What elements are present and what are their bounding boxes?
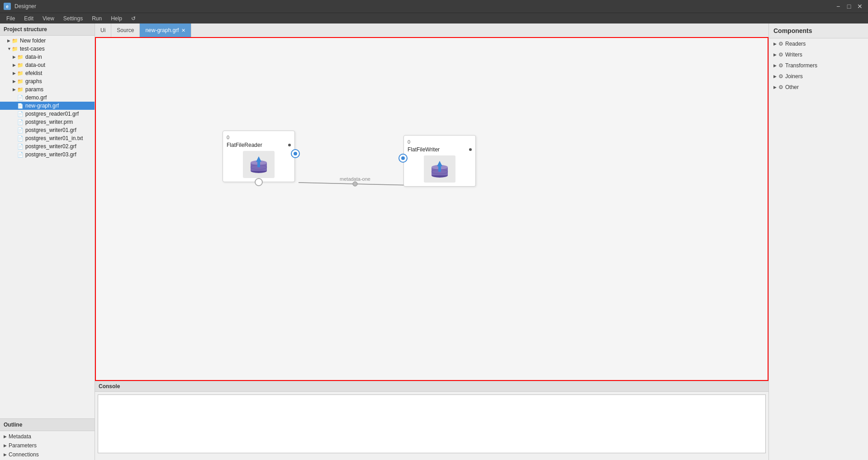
outline-connections[interactable]: ▶ Connections (0, 450, 95, 459)
tree-item-efeklist[interactable]: ▶ 📁 efeklist (0, 69, 95, 77)
tab-ui[interactable]: Ui (95, 23, 111, 37)
menu-run[interactable]: Run (87, 13, 106, 23)
title-bar: e Designer − □ ✕ (0, 0, 868, 13)
tree-item-postgres-writer01-in[interactable]: ▶ 📄 postgres_writer01_in.txt (0, 134, 95, 142)
folder-icon-data-out: 📁 (17, 62, 24, 68)
console-title: Console (95, 381, 768, 392)
reader-output-port[interactable] (291, 149, 300, 158)
reader-title: FlatFileReader (227, 142, 262, 148)
outline-metadata-arrow: ▶ (4, 434, 7, 439)
tree-item-new-folder[interactable]: ▶ 📁 New folder (0, 37, 95, 45)
tab-new-graph[interactable]: new-graph.grf ✕ (140, 23, 191, 37)
menu-edit[interactable]: Edit (19, 13, 38, 23)
maximize-button[interactable]: □ (844, 2, 854, 11)
writer-db-icon (429, 157, 451, 181)
folder-icon-graphs: 📁 (17, 79, 24, 84)
component-writers[interactable]: ▶ ⚙ Writers (769, 49, 868, 60)
writers-gear-icon: ⚙ (778, 52, 783, 58)
folder-icon-params: 📁 (17, 87, 24, 93)
writer-input-port[interactable] (398, 154, 408, 163)
tree-item-params[interactable]: ▶ 📁 params (0, 85, 95, 94)
tab-source[interactable]: Source (111, 23, 140, 37)
file-icon-new-graph: 📄 (17, 103, 24, 109)
tree-item-postgres-reader01[interactable]: ▶ 📄 postgres_reader01.grf (0, 110, 95, 118)
outline-section: Outline ▶ Metadata ▶ Parameters ▶ Connec… (0, 418, 95, 460)
canvas-area[interactable]: metadata-one 0 FlatFileReader (95, 38, 768, 381)
writer-icon-area (424, 155, 455, 183)
outline-parameters[interactable]: ▶ Parameters (0, 441, 95, 450)
reader-bottom-port[interactable] (255, 178, 263, 186)
tree-item-test-cases[interactable]: ▼ 📁 test-cases (0, 45, 95, 53)
readers-arrow: ▶ (773, 42, 777, 46)
tree-item-demo-grf[interactable]: ▶ 📄 demo.grf (0, 94, 95, 102)
console-content[interactable] (98, 394, 766, 453)
writers-arrow: ▶ (773, 52, 777, 57)
tree-item-postgres-writer03[interactable]: ▶ 📄 postgres_writer03.grf (0, 150, 95, 159)
outline-metadata[interactable]: ▶ Metadata (0, 432, 95, 441)
file-icon-pg-writer01-in: 📄 (17, 136, 24, 141)
project-structure-title: Project structure (0, 23, 95, 36)
outline-parameters-arrow: ▶ (4, 443, 7, 448)
component-readers[interactable]: ▶ ⚙ Readers (769, 38, 868, 49)
file-icon-pg-writer03: 📄 (17, 152, 24, 158)
node-flat-file-reader[interactable]: 0 FlatFileReader (223, 131, 295, 182)
svg-line-0 (299, 183, 412, 185)
menu-file[interactable]: File (2, 13, 19, 23)
file-icon-pg-writer-prm: 📄 (17, 119, 24, 125)
center-area: Ui Source new-graph.grf ✕ m (95, 23, 768, 460)
outline-items: ▶ Metadata ▶ Parameters ▶ Connections (0, 431, 95, 460)
reader-header: FlatFileReader (227, 142, 291, 148)
app-icon: e (4, 3, 11, 10)
menu-bar: File Edit View Settings Run Help ↺ (0, 13, 868, 23)
menu-help[interactable]: Help (106, 13, 127, 23)
transformers-arrow: ▶ (773, 63, 777, 68)
svg-point-1 (353, 182, 357, 186)
components-title: Components (769, 23, 868, 38)
main-container: Project structure ▶ 📁 New folder ▼ 📁 tes… (0, 23, 868, 460)
connection-svg: metadata-one (96, 38, 768, 380)
component-transformers[interactable]: ▶ ⚙ Transformers (769, 60, 868, 71)
menu-undo[interactable]: ↺ (127, 13, 140, 23)
writer-title: FlatFileWriter (408, 146, 440, 153)
writer-port-circle (398, 154, 408, 163)
transformers-gear-icon: ⚙ (778, 62, 783, 69)
tree-item-postgres-writer02[interactable]: ▶ 📄 postgres_writer02.grf (0, 142, 95, 150)
other-gear-icon: ⚙ (778, 84, 783, 90)
reader-icon-area (243, 151, 275, 178)
reader-bottom-port-circle (255, 178, 263, 186)
svg-text:metadata-one: metadata-one (340, 176, 370, 182)
writer-port-dot (401, 156, 405, 160)
close-button[interactable]: ✕ (855, 2, 864, 11)
file-icon-demo: 📄 (17, 95, 24, 101)
reader-count: 0 (227, 135, 291, 140)
tree-item-postgres-writer01[interactable]: ▶ 📄 postgres_writer01.grf (0, 126, 95, 134)
menu-settings[interactable]: Settings (59, 13, 87, 23)
tree-item-new-graph-grf[interactable]: ▶ 📄 new-graph.grf (0, 102, 95, 110)
tab-close-button[interactable]: ✕ (181, 28, 185, 33)
file-icon-pg-writer01: 📄 (17, 127, 24, 133)
other-arrow: ▶ (773, 85, 777, 89)
tree-item-graphs[interactable]: ▶ 📁 graphs (0, 77, 95, 85)
reader-port-circle (291, 149, 300, 158)
minimize-button[interactable]: − (834, 2, 843, 11)
folder-icon: 📁 (12, 38, 18, 44)
folder-icon-test-cases: 📁 (12, 46, 18, 52)
menu-view[interactable]: View (38, 13, 59, 23)
joiners-gear-icon: ⚙ (778, 73, 783, 80)
tree-item-data-in[interactable]: ▶ 📁 data-in (0, 53, 95, 61)
writer-dot (469, 148, 472, 151)
component-other[interactable]: ▶ ⚙ Other (769, 82, 868, 93)
reader-port-dot (294, 152, 297, 155)
outline-title: Outline (0, 419, 95, 431)
node-flat-file-writer[interactable]: 0 FlatFileWriter (403, 135, 476, 187)
tree-item-postgres-writer-prm[interactable]: ▶ 📄 postgres_writer.prm (0, 118, 95, 126)
writer-count: 0 (408, 139, 472, 145)
component-joiners[interactable]: ▶ ⚙ Joiners (769, 71, 868, 82)
joiners-arrow: ▶ (773, 74, 777, 79)
console-area: Console (95, 381, 768, 460)
title-bar-controls: − □ ✕ (834, 2, 864, 11)
tree-item-data-out[interactable]: ▶ 📁 data-out (0, 61, 95, 69)
writer-header: FlatFileWriter (408, 146, 472, 153)
project-tree: ▶ 📁 New folder ▼ 📁 test-cases ▶ 📁 data-i… (0, 36, 95, 418)
file-icon-pg-reader01: 📄 (17, 111, 24, 117)
